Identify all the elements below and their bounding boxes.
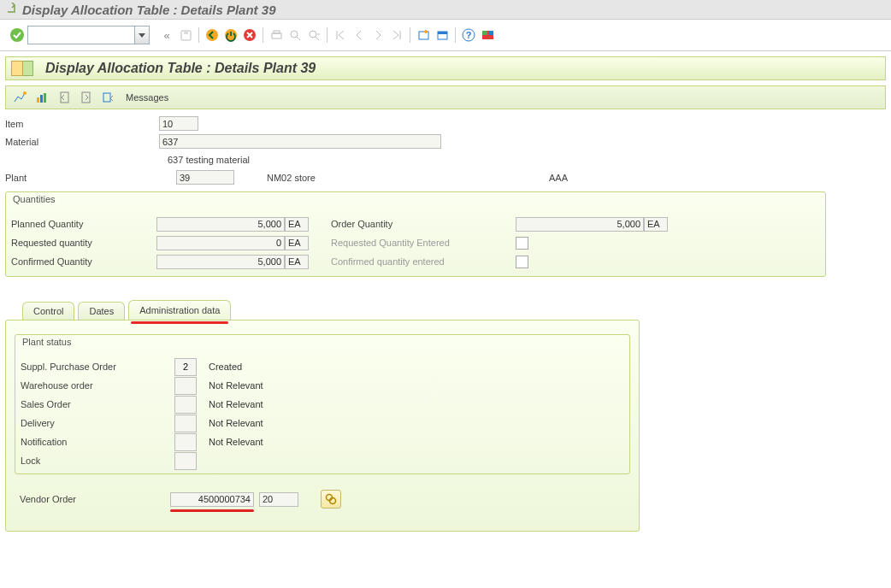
plant-description: NM02 store (267, 173, 549, 183)
dl-label: Delivery (21, 418, 174, 428)
doc-next-icon[interactable] (78, 89, 95, 106)
requested-qty-uom (285, 236, 309, 250)
window-title: Display Allocation Table : Details Plant… (22, 3, 275, 17)
conf-entered-checkbox (516, 256, 528, 268)
nt-value (174, 433, 197, 451)
spo-text: Created (209, 362, 242, 372)
find-next-icon (305, 26, 322, 44)
svg-point-3 (206, 29, 218, 41)
plant-label: Plant (5, 173, 176, 183)
detail-tabstrip: Control Dates Administration data Plant … (5, 301, 886, 532)
order-qty-field (516, 217, 644, 232)
lk-label: Lock (21, 456, 174, 466)
quantities-title: Quantities (6, 192, 825, 213)
svg-rect-16 (482, 31, 487, 35)
new-session-icon[interactable] (415, 26, 432, 44)
vendor-order-label: Vendor Order (20, 494, 170, 504)
page-title: Display Allocation Table : Details Plant… (45, 61, 316, 76)
overview-icon[interactable] (11, 89, 28, 106)
wh-label: Warehouse order (21, 380, 174, 391)
wh-text: Not Relevant (209, 380, 263, 391)
confirmed-qty-label: Confirmed Quantity (11, 256, 156, 267)
back-icon[interactable] (204, 26, 221, 44)
application-toolbar: Messages (5, 85, 886, 109)
planned-qty-label: Planned Quantity (11, 219, 156, 229)
chart-icon[interactable] (33, 89, 50, 106)
req-entered-label: Requested Quantity Entered (331, 238, 516, 248)
tab-dates[interactable]: Dates (78, 302, 125, 320)
so-text: Not Relevant (209, 399, 263, 409)
svg-point-0 (10, 28, 24, 42)
material-label: Material (5, 137, 159, 147)
tab-control[interactable]: Control (22, 302, 74, 320)
cancel-icon[interactable] (241, 26, 258, 44)
exit-icon[interactable] (222, 26, 239, 44)
system-toolbar: « ? (0, 20, 891, 51)
shortcut-icon[interactable] (434, 26, 451, 44)
separator (455, 27, 456, 43)
svg-point-9 (310, 31, 316, 38)
material-field (159, 134, 441, 149)
svg-rect-7 (274, 31, 280, 33)
vendor-order-row: Vendor Order (15, 490, 630, 509)
svg-point-8 (291, 31, 298, 38)
svg-rect-17 (488, 31, 493, 35)
svg-rect-24 (103, 93, 110, 102)
order-qty-label: Order Quantity (331, 219, 516, 229)
requested-qty-label: Requested quantity (11, 238, 156, 248)
nt-label: Notification (21, 437, 174, 447)
confirmed-qty-field (156, 255, 285, 269)
display-document-button[interactable] (321, 490, 341, 509)
separator (198, 27, 199, 43)
plant-field (176, 170, 234, 185)
dl-value (174, 415, 197, 432)
separator (410, 27, 410, 43)
prev-page-icon (351, 26, 368, 44)
print-icon (268, 26, 285, 44)
next-page-icon (369, 26, 386, 44)
page-title-icon (11, 61, 33, 76)
item-field (159, 116, 198, 131)
svg-point-18 (23, 91, 27, 95)
save-icon (177, 26, 194, 44)
vendor-order-field (170, 492, 254, 507)
svg-rect-21 (44, 93, 46, 103)
tab-bar: Control Dates Administration data (5, 301, 886, 320)
separator (263, 27, 263, 43)
command-field-dropdown[interactable] (135, 26, 150, 44)
svg-rect-6 (272, 33, 281, 38)
tab-administration-data[interactable]: Administration data (128, 300, 231, 320)
content-area: Item Material 637 testing material Plant… (5, 115, 886, 532)
svg-rect-12 (438, 32, 447, 34)
separator (327, 27, 327, 43)
history-back-icon[interactable]: « (158, 26, 175, 44)
help-icon[interactable]: ? (460, 26, 477, 44)
services-icon[interactable] (100, 89, 117, 106)
last-page-icon (388, 26, 405, 44)
svg-rect-2 (184, 31, 188, 34)
spo-label: Suppl. Purchase Order (21, 362, 174, 372)
enter-button[interactable] (9, 26, 26, 44)
window-menu-icon[interactable] (5, 3, 17, 17)
first-page-icon (332, 26, 349, 44)
planned-qty-field (156, 217, 285, 232)
requested-qty-field (156, 236, 285, 250)
doc-prev-icon[interactable] (56, 89, 73, 106)
chevron-down-icon (139, 33, 145, 38)
svg-rect-10 (419, 32, 428, 39)
vendor-order-item-field (259, 492, 298, 507)
plant-extra: AAA (549, 173, 568, 183)
nt-text: Not Relevant (209, 437, 263, 447)
messages-button[interactable]: Messages (126, 92, 168, 103)
confirmed-qty-uom (285, 255, 309, 269)
command-field-combo[interactable] (27, 26, 150, 44)
svg-rect-20 (40, 95, 43, 103)
quantities-group: Quantities Planned Quantity Order Quanti… (5, 191, 826, 277)
tab-pane-admin: Plant status Suppl. Purchase Order Creat… (5, 320, 640, 532)
svg-rect-19 (37, 97, 39, 103)
so-label: Sales Order (21, 399, 174, 409)
so-value (174, 396, 197, 414)
layout-icon[interactable] (479, 26, 496, 44)
lk-value (174, 452, 197, 470)
command-field[interactable] (27, 26, 135, 44)
